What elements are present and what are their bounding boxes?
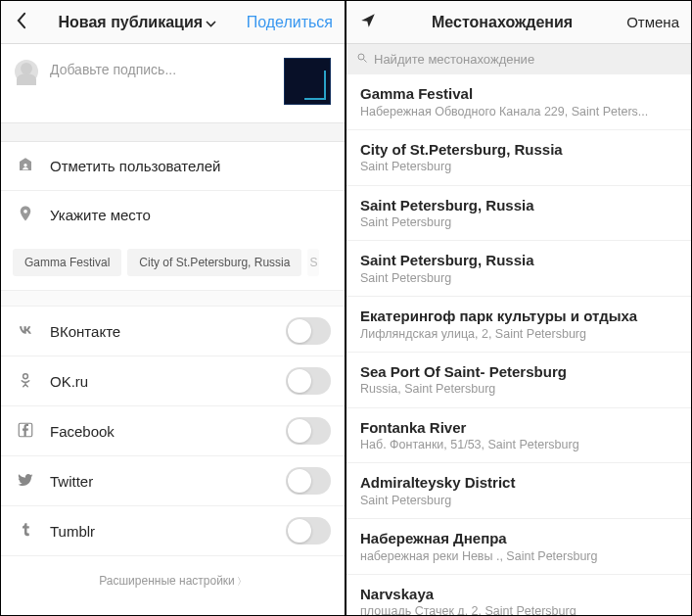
location-result[interactable]: Saint Petersburg, RussiaSaint Petersburg [346,186,691,242]
result-name: Saint Petersburg, Russia [360,196,677,215]
svg-point-2 [23,373,28,378]
tag-users-row[interactable]: Отметить пользователей [1,142,345,191]
svg-point-4 [358,54,364,60]
result-name: City of St.Petersburg, Russia [360,140,677,160]
svg-point-0 [23,164,26,166]
location-chip[interactable]: S [307,249,319,276]
location-result[interactable]: Sea Port Of Saint- PetersburgRussia, Sai… [346,353,691,408]
location-result[interactable]: Saint Petersburg, RussiaSaint Petersburg [346,241,691,297]
search-icon [356,52,368,67]
header-title: Новая публикация [59,14,204,31]
result-address: набережная реки Невы ., Saint Petersburg [360,548,677,564]
search-placeholder: Найдите местонахождение [374,52,534,67]
person-tag-icon [15,156,36,176]
result-address: Saint Petersburg [360,493,677,508]
location-result[interactable]: Набережная Днепранабережная реки Невы .,… [346,519,691,575]
svg-line-5 [364,60,367,63]
share-row-ok: OK.ru [1,356,345,406]
result-address: Saint Petersburg [360,270,677,286]
result-name: Narvskaya [360,585,677,604]
share-row-tu: Tumblr [1,506,345,556]
location-picker-screen: Местонахождения Отмена Найдите местонахо… [346,0,692,616]
svg-point-1 [23,210,27,213]
share-label: OK.ru [50,373,286,390]
result-name: Екатерингоф парк культуры и отдыха [360,307,677,326]
share-toggle-tw[interactable] [286,467,331,495]
location-result[interactable]: Gamma FestivalНабережная Обводного Канал… [346,74,691,130]
result-address: Russia, Saint Petersburg [360,381,677,397]
share-toggle-vk[interactable] [286,317,331,345]
location-result[interactable]: Екатерингоф парк культуры и отдыхаЛифлян… [346,297,691,353]
location-arrow-icon [359,12,377,29]
result-address: площадь Стачек д. 2, Saint Petersburg [360,603,677,616]
result-name: Saint Petersburg, Russia [360,251,677,270]
header-title-wrap[interactable]: Новая публикация [32,14,243,31]
location-result[interactable]: City of St.Petersburg, RussiaSaint Peter… [346,130,691,186]
result-name: Sea Port Of Saint- Petersburg [360,362,677,382]
back-button[interactable] [9,12,32,33]
location-arrow-button[interactable] [354,12,382,33]
result-name: Набережная Днепра [360,529,677,548]
location-row[interactable]: Укажите место [1,191,345,239]
divider [1,291,345,307]
tu-icon [15,521,36,542]
result-name: Admiralteysky District [360,473,677,493]
share-row-vk: ВКонтакте [1,307,345,356]
header-title: Местонахождения [382,14,623,31]
location-pin-icon [15,205,36,225]
header: Новая публикация Поделиться [1,1,345,44]
caption-area: Добавьте подпись... [1,44,345,122]
result-name: Fontanka River [360,418,677,438]
chevron-left-icon [16,12,26,29]
result-address: Лифляндская улица, 2, Saint Petersburg [360,326,677,342]
share-toggle-ok[interactable] [286,367,331,395]
location-chip[interactable]: City of St.Petersburg, Russia [127,249,301,276]
ok-icon [15,371,36,392]
share-row-fb: Facebook [1,406,345,456]
advanced-settings-label: Расширенные настройки [99,574,235,588]
results-list: Gamma FestivalНабережная Обводного Канал… [346,74,691,616]
fb-icon [15,421,36,442]
result-address: Saint Petersburg [360,159,677,174]
location-chip[interactable]: Gamma Festival [13,249,121,276]
share-toggle-fb[interactable] [286,417,331,445]
share-toggle-tu[interactable] [286,517,331,545]
result-address: Наб. Фонтанки, 51/53, Saint Petersburg [360,437,677,452]
search-bar[interactable]: Найдите местонахождение [346,44,691,74]
result-name: Gamma Festival [360,84,677,104]
chevron-right-icon: 〉 [237,576,247,587]
tw-icon [15,471,36,492]
header: Местонахождения Отмена [346,1,691,44]
divider [1,122,345,142]
result-address: Набережная Обводного Канала 229, Saint P… [360,104,677,119]
share-list: ВКонтактеOK.ruFacebookTwitterTumblr [1,307,345,556]
share-label: Tumblr [50,523,286,540]
share-row-tw: Twitter [1,456,345,506]
advanced-settings-button[interactable]: Расширенные настройки〉 [1,556,345,606]
cancel-button[interactable]: Отмена [623,14,683,30]
chevron-down-icon [206,14,216,31]
caption-input[interactable]: Добавьте подпись... [38,58,284,77]
new-post-screen: Новая публикация Поделиться Добавьте под… [0,0,346,616]
share-label: Twitter [50,473,286,490]
location-label: Укажите место [50,207,151,223]
share-label: Facebook [50,423,286,440]
location-result[interactable]: Admiralteysky DistrictSaint Petersburg [346,463,691,519]
post-thumbnail[interactable] [284,58,331,105]
vk-icon [15,321,36,342]
share-button[interactable]: Поделиться [243,14,337,31]
location-chips: Gamma Festival City of St.Petersburg, Ru… [1,239,345,291]
avatar-icon [15,60,38,83]
result-address: Saint Petersburg [360,214,677,230]
tag-users-label: Отметить пользователей [50,158,220,174]
share-label: ВКонтакте [50,323,286,340]
location-result[interactable]: Narvskayaплощадь Стачек д. 2, Saint Pete… [346,575,691,616]
location-result[interactable]: Fontanka RiverНаб. Фонтанки, 51/53, Sain… [346,408,691,464]
